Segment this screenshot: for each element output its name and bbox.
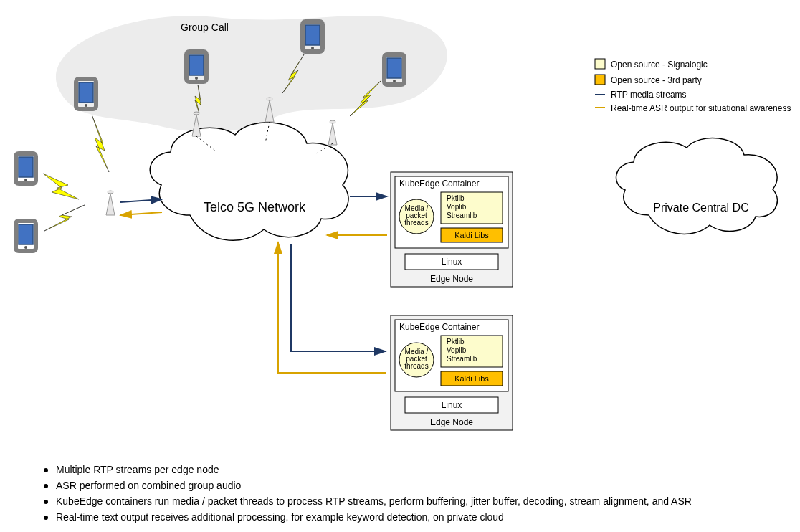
svg-point-20 [267, 98, 272, 100]
svg-rect-4 [19, 224, 33, 244]
rtp-arrow [291, 244, 386, 351]
svg-text:Open source - Signalogic: Open source - Signalogic [611, 60, 708, 70]
svg-text:Multiple RTP streams per edge : Multiple RTP streams per edge node [56, 464, 219, 475]
svg-point-5 [24, 246, 27, 249]
svg-text:Open source - 3rd party: Open source - 3rd party [611, 75, 702, 85]
svg-text:Real-time text output receives: Real-time text output receives additiona… [56, 511, 504, 523]
svg-text:Edge Node: Edge Node [430, 274, 473, 284]
lightning-icon [92, 115, 109, 172]
svg-rect-1 [19, 157, 33, 177]
telco-cloud [150, 123, 348, 240]
svg-point-66 [44, 500, 48, 504]
svg-text:KubeEdge containers run media : KubeEdge containers run media / packet t… [56, 495, 692, 507]
svg-point-11 [195, 77, 198, 80]
svg-text:Linux: Linux [442, 400, 462, 410]
svg-text:Voplib: Voplib [447, 346, 467, 354]
svg-text:threads: threads [404, 362, 428, 370]
svg-text:Pktlib: Pktlib [447, 194, 465, 202]
svg-rect-13 [305, 25, 320, 45]
svg-point-21 [330, 120, 335, 123]
svg-text:Linux: Linux [442, 257, 462, 267]
group-call-label: Group Call [181, 22, 229, 33]
bullet-list: Multiple RTP streams per edge node ASR p… [44, 464, 692, 523]
lightning-icon [44, 205, 85, 231]
edge-node: KubeEdge Container Media / packet thread… [391, 172, 513, 287]
private-dc-label: Private Central DC [653, 201, 748, 214]
svg-point-18 [108, 191, 113, 194]
svg-text:Voplib: Voplib [447, 203, 467, 211]
phone-icon [16, 221, 36, 251]
svg-text:Real-time ASR output for situa: Real-time ASR output for situational awa… [611, 103, 791, 113]
svg-text:Edge Node: Edge Node [430, 417, 473, 427]
svg-point-17 [393, 80, 396, 82]
telco-cloud-label: Telco 5G Network [204, 200, 306, 214]
svg-text:threads: threads [404, 219, 428, 227]
lightning-icon [43, 174, 79, 199]
svg-rect-56 [595, 75, 605, 85]
svg-text:Pktlib: Pktlib [447, 338, 465, 346]
phone-icon [16, 153, 36, 184]
svg-point-62 [44, 468, 48, 472]
svg-rect-16 [387, 58, 401, 78]
svg-text:Kaldi Libs: Kaldi Libs [454, 231, 489, 239]
tower-icon [106, 191, 115, 215]
svg-text:Streamlib: Streamlib [447, 212, 477, 219]
edge-node: KubeEdge Container Media / packet thread… [391, 315, 513, 430]
svg-text:Kaldi Libs: Kaldi Libs [454, 374, 489, 383]
svg-text:RTP media streams: RTP media streams [611, 90, 687, 100]
rtp-arrow [120, 199, 162, 202]
asr-arrow [278, 242, 386, 373]
svg-rect-7 [79, 82, 93, 103]
svg-text:Streamlib: Streamlib [447, 355, 477, 363]
svg-point-14 [311, 47, 314, 49]
tower-icon [328, 120, 337, 145]
svg-text:KubeEdge Container: KubeEdge Container [399, 179, 479, 189]
svg-point-19 [194, 112, 199, 115]
svg-point-64 [44, 484, 48, 488]
svg-point-8 [85, 104, 87, 107]
asr-arrow [120, 212, 162, 215]
svg-rect-54 [595, 59, 605, 69]
svg-point-2 [24, 179, 27, 181]
svg-text:ASR performed on combined grou: ASR performed on combined group audio [56, 480, 242, 491]
svg-text:KubeEdge Container: KubeEdge Container [399, 322, 479, 332]
svg-rect-10 [189, 55, 204, 75]
private-dc-cloud [616, 138, 778, 234]
svg-point-68 [44, 516, 48, 520]
legend: Open source - Signalogic Open source - 3… [595, 59, 791, 113]
